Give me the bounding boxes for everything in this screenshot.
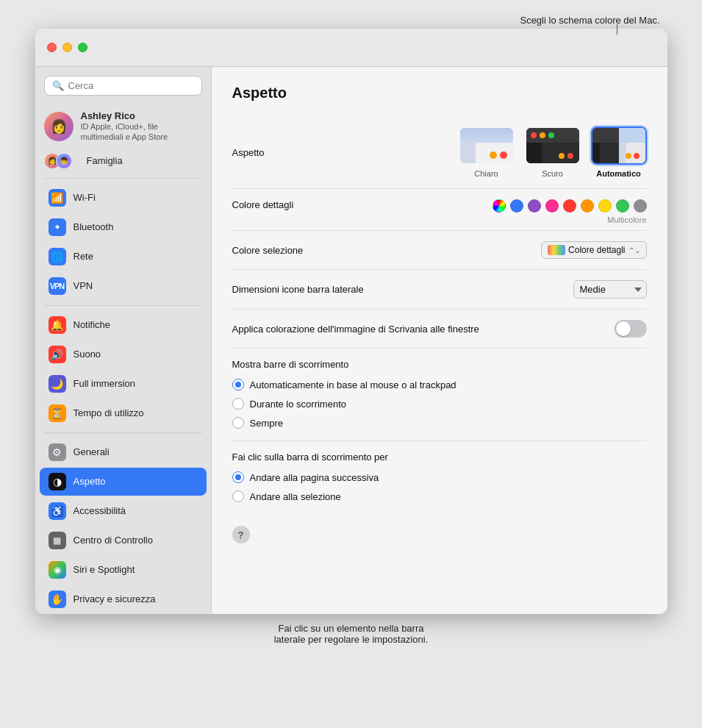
color-dot-blue[interactable] [510,199,523,213]
radio-selezione-circle [232,490,244,502]
sidebar-item-generali[interactable]: ⚙ Generali [40,438,207,466]
immersion-icon: 🌙 [49,375,66,393]
mostra-barre-section: Mostra barre di scorrimento Automaticame… [232,349,647,441]
sidebar-item-aspetto[interactable]: ◑ Aspetto [40,468,207,496]
sidebar-item-siri[interactable]: ◉ Siri e Spotlight [40,556,207,584]
color-dot-pink[interactable] [545,199,559,213]
window-content: 🔍 👩 Ashley Rico ID Apple, iCloud+, file … [35,67,667,614]
sidebar-label-suono: Suono [74,349,101,360]
title-bar [35,29,667,67]
close-button[interactable] [47,43,57,52]
maximize-button[interactable] [78,43,87,52]
radio-sempre[interactable]: Sempre [232,415,647,430]
minimize-button[interactable] [62,43,72,52]
appearance-name-scuro: Scuro [542,169,563,178]
aspetto-icon: ◑ [49,473,66,490]
appearance-option-chiaro[interactable]: Chiaro [459,126,515,178]
sidebar-label-privacy: Privacy e sicurezza [74,593,156,604]
privacy-icon: ✋ [49,590,66,608]
help-button[interactable]: ? [232,526,250,543]
rete-icon: 🌐 [49,248,66,265]
aspetto-setting-row: Aspetto Chiaro [232,116,647,189]
colore-selezione-control[interactable]: Colore dettagli ⌃⌄ [541,241,646,259]
vpn-icon: VPN [49,277,66,295]
color-sel-gradient [548,245,565,255]
tooltip-top: Scegli lo schema colore del Mac. [35,15,667,26]
sidebar-divider-1 [44,178,202,179]
sidebar-divider-3 [44,432,202,433]
dimensioni-icone-row: Dimensioni icone barra laterale Piccole … [232,270,647,310]
search-input[interactable] [68,80,194,91]
sidebar-item-suono[interactable]: 🔊 Suono [40,340,207,368]
appearance-thumb-chiaro [459,126,515,165]
radio-pagina-circle [232,471,244,483]
user-name: Ashley Rico [81,110,202,121]
color-dot-purple[interactable] [528,199,541,213]
appearance-option-scuro[interactable]: Scuro [525,126,581,178]
sidebar-item-rete[interactable]: 🌐 Rete [40,243,207,271]
color-row [493,199,647,213]
radio-selezione[interactable]: Andare alla selezione [232,489,647,504]
wifi-icon: 📶 [49,189,66,207]
color-dot-orange[interactable] [581,199,594,213]
radio-durante-label: Durante lo scorrimento [250,399,347,410]
sidebar-label-centro: Centro di Controllo [74,535,153,546]
sidebar-item-tempo[interactable]: ⏳ Tempo di utilizzo [40,399,207,427]
radio-auto-circle [232,379,244,390]
radio-durante-circle [232,398,244,410]
sidebar-item-accessibilita[interactable]: ♿ Accessibilità [40,497,207,525]
siri-icon: ◉ [49,561,66,579]
color-dot-multicolor[interactable] [493,199,506,213]
generali-icon: ⚙ [49,443,66,461]
applica-colorazione-row: Applica colorazione dell'immagine di Scr… [232,310,647,349]
color-dot-yellow[interactable] [598,199,612,213]
sidebar-label-wifi: Wi-Fi [74,192,96,203]
color-dot-red[interactable] [563,199,576,213]
radio-durante[interactable]: Durante lo scorrimento [232,396,647,411]
user-profile-item[interactable]: 👩 Ashley Rico ID Apple, iCloud+, file mu… [35,104,211,149]
bluetooth-icon: ✦ [49,218,66,236]
sidebar-item-wifi[interactable]: 📶 Wi-Fi [40,184,207,212]
family-avatar-2: 👦 [56,153,72,169]
family-avatars: 👩 👦 [44,153,72,169]
colore-dettagli-row: Colore dettagli Multicolore [232,189,647,231]
sidebar-label-accessibilita: Accessibilità [74,505,126,516]
sidebar-item-bluetooth[interactable]: ✦ Bluetooth [40,213,207,241]
appearance-option-automatico[interactable]: Automatico [591,126,647,178]
aspetto-label: Aspetto [232,147,265,158]
radio-auto[interactable]: Automaticamente in base al mouse o al tr… [232,377,647,392]
appearance-thumb-automatico [591,126,647,165]
sidebar-item-immersion[interactable]: 🌙 Full immersion [40,370,207,398]
sidebar-item-family[interactable]: 👩 👦 Famiglia [35,149,211,174]
applica-colorazione-label: Applica colorazione dell'immagine di Scr… [232,324,479,335]
mostra-barre-title: Mostra barre di scorrimento [232,359,647,370]
fai-clic-section: Fai clic sulla barra di scorrimento per … [232,441,647,514]
dimensioni-icone-select[interactable]: Piccole Medie Grandi [573,280,647,299]
radio-pagina[interactable]: Andare alla pagina successiva [232,470,647,485]
centro-icon: ▦ [49,532,66,549]
dimensioni-icone-label: Dimensioni icone barra laterale [232,284,364,295]
colore-selezione-label: Colore selezione [232,245,304,256]
sidebar-label-rete: Rete [74,251,93,262]
sidebar-item-notifiche[interactable]: 🔔 Notifiche [40,311,207,339]
sidebar-divider-2 [44,305,202,306]
chevron-updown-icon: ⌃⌄ [628,246,640,254]
fai-clic-title: Fai clic sulla barra di scorrimento per [232,452,647,463]
sidebar-label-aspetto: Aspetto [74,476,106,487]
color-dots: Multicolore [493,199,647,224]
color-sublabel: Multicolore [607,215,646,224]
sidebar-item-centro[interactable]: ▦ Centro di Controllo [40,527,207,554]
search-bar[interactable]: 🔍 [44,76,202,96]
sidebar-item-privacy[interactable]: ✋ Privacy e sicurezza [40,585,207,613]
color-dot-graphite[interactable] [634,199,647,213]
sidebar-label-siri: Siri e Spotlight [74,564,135,575]
sidebar-item-vpn[interactable]: VPN VPN [40,272,207,300]
sidebar-label-bluetooth: Bluetooth [74,221,114,232]
search-icon: 🔍 [52,80,64,91]
tooltip-bottom: Fai clic su un elemento nella barra late… [35,623,667,645]
applica-colorazione-toggle[interactable] [615,320,647,338]
sidebar-label-generali: Generali [74,446,110,457]
color-dot-green[interactable] [616,199,629,213]
traffic-lights [47,43,87,52]
appearance-name-chiaro: Chiaro [474,169,498,178]
